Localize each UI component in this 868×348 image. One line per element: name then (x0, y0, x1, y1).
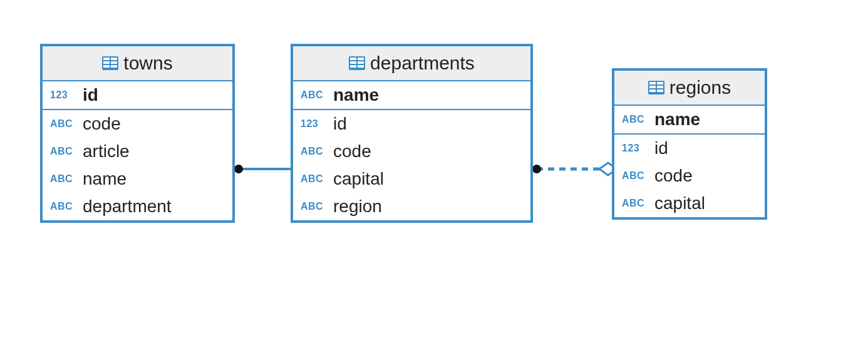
column-row[interactable]: ABC capital (614, 190, 765, 217)
svg-rect-10 (103, 65, 110, 68)
type-indicator: ABC (301, 173, 328, 185)
column-name: department (83, 197, 172, 217)
entity-header-regions: regions (614, 71, 765, 106)
column-name: id (654, 138, 668, 158)
svg-point-1 (234, 165, 243, 173)
entity-departments[interactable]: departments ABC name 123 id ABC code ABC… (291, 44, 533, 223)
entity-header-towns: towns (43, 46, 232, 81)
connector-departments-regions (530, 163, 618, 182)
svg-rect-14 (358, 58, 364, 60)
type-indicator: ABC (301, 146, 328, 157)
table-icon (349, 56, 365, 70)
column-name: name (83, 169, 127, 189)
column-row-pk[interactable]: 123 id (43, 81, 232, 109)
column-row[interactable]: ABC capital (293, 165, 530, 193)
svg-rect-23 (657, 86, 663, 88)
column-row[interactable]: ABC department (43, 193, 232, 220)
entity-towns[interactable]: towns 123 id ABC code ABC article ABC na… (40, 44, 235, 223)
column-name: code (333, 141, 371, 161)
type-indicator: 123 (301, 118, 328, 130)
column-name: name (654, 110, 700, 130)
svg-rect-6 (103, 58, 110, 60)
column-row[interactable]: 123 id (614, 135, 765, 162)
column-name: id (333, 114, 347, 134)
column-name: region (333, 197, 382, 217)
entity-header-departments: departments (293, 46, 530, 81)
svg-rect-24 (649, 90, 656, 92)
type-indicator: ABC (301, 90, 328, 101)
er-diagram-canvas: towns 123 id ABC code ABC article ABC na… (0, 0, 868, 348)
type-indicator: ABC (622, 114, 649, 125)
column-name: capital (654, 193, 705, 213)
entity-title: towns (123, 53, 172, 74)
table-icon (102, 56, 118, 70)
type-indicator: ABC (50, 201, 78, 212)
column-name: code (654, 166, 693, 186)
column-row[interactable]: ABC article (43, 138, 232, 165)
column-name: name (333, 85, 379, 105)
type-indicator: 123 (50, 90, 78, 101)
svg-rect-8 (103, 61, 110, 64)
column-name: capital (333, 169, 384, 189)
column-row-pk[interactable]: ABC name (614, 106, 765, 133)
svg-rect-15 (350, 61, 356, 64)
column-row[interactable]: ABC code (293, 138, 530, 165)
column-row[interactable]: ABC code (43, 110, 232, 138)
column-row[interactable]: ABC region (293, 193, 530, 220)
column-row[interactable]: 123 id (293, 110, 530, 138)
svg-rect-11 (111, 65, 117, 68)
type-indicator: ABC (50, 146, 78, 157)
column-name: id (83, 85, 98, 105)
svg-rect-7 (111, 58, 117, 60)
entity-title: departments (370, 53, 475, 74)
svg-rect-13 (350, 58, 356, 60)
svg-rect-22 (649, 86, 656, 88)
type-indicator: ABC (50, 118, 78, 130)
table-icon (648, 81, 664, 95)
column-name: article (83, 141, 130, 161)
svg-rect-18 (358, 65, 364, 68)
svg-rect-9 (111, 61, 117, 64)
type-indicator: 123 (622, 143, 649, 154)
svg-rect-17 (350, 65, 356, 68)
svg-rect-21 (657, 82, 663, 84)
svg-point-3 (532, 165, 541, 173)
column-row[interactable]: ABC name (43, 165, 232, 193)
svg-rect-16 (358, 61, 364, 64)
svg-rect-20 (649, 82, 656, 84)
column-name: code (83, 114, 121, 134)
type-indicator: ABC (622, 170, 649, 182)
type-indicator: ABC (50, 173, 78, 185)
svg-rect-25 (657, 90, 663, 92)
entity-regions[interactable]: regions ABC name 123 id ABC code ABC cap… (612, 68, 767, 220)
column-row[interactable]: ABC code (614, 162, 765, 190)
type-indicator: ABC (622, 198, 649, 209)
connector-towns-departments (232, 163, 291, 175)
entity-title: regions (669, 77, 731, 98)
type-indicator: ABC (301, 201, 328, 212)
column-row-pk[interactable]: ABC name (293, 81, 530, 109)
